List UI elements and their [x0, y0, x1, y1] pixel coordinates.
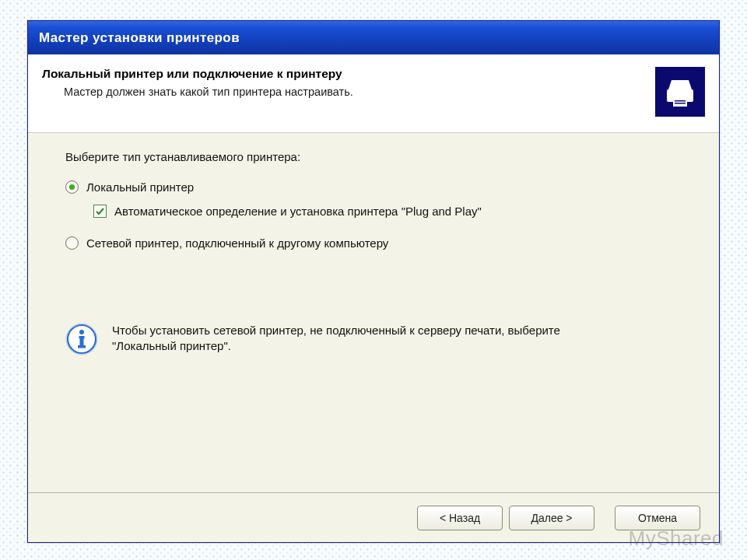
- checkbox-icon: [93, 205, 107, 218]
- info-icon: [65, 323, 98, 355]
- info-block: Чтобы установить сетевой принтер, не под…: [65, 323, 682, 355]
- wizard-window: Мастер установки принтеров Локальный при…: [27, 20, 720, 543]
- info-text: Чтобы установить сетевой принтер, не под…: [112, 323, 610, 355]
- wizard-footer: < Назад Далее > Отмена: [28, 492, 719, 542]
- checkbox-autodetect-label: Автоматическое определение и установка п…: [114, 205, 482, 218]
- svg-rect-10: [78, 345, 86, 348]
- next-button[interactable]: Далее >: [509, 506, 594, 530]
- back-button[interactable]: < Назад: [417, 506, 503, 530]
- svg-point-7: [79, 330, 84, 334]
- titlebar[interactable]: Мастер установки принтеров: [28, 21, 719, 54]
- page-subtitle: Мастер должен знать какой тип принтера н…: [42, 86, 641, 98]
- wizard-body: Выберите тип устанавливаемого принтера: …: [28, 133, 719, 492]
- page-title: Локальный принтер или подключение к прин…: [42, 67, 641, 81]
- option-network-label: Сетевой принтер, подключенный к другому …: [86, 236, 388, 250]
- watermark: MyShared: [629, 527, 724, 551]
- option-network-printer[interactable]: Сетевой принтер, подключенный к другому …: [65, 236, 682, 250]
- svg-rect-2: [673, 97, 687, 107]
- window-title: Мастер установки принтеров: [39, 30, 240, 46]
- choose-prompt: Выберите тип устанавливаемого принтера:: [65, 150, 682, 163]
- radio-icon: [65, 180, 79, 194]
- option-local-printer[interactable]: Локальный принтер: [65, 180, 682, 194]
- svg-rect-4: [675, 103, 686, 104]
- printer-icon: [655, 67, 705, 117]
- svg-rect-3: [675, 100, 686, 102]
- wizard-header: Локальный принтер или подключение к прин…: [28, 54, 719, 133]
- radio-icon: [65, 236, 79, 250]
- header-text-block: Локальный принтер или подключение к прин…: [42, 67, 641, 98]
- option-local-label: Локальный принтер: [86, 180, 194, 194]
- svg-marker-1: [668, 80, 692, 89]
- checkbox-autodetect[interactable]: Автоматическое определение и установка п…: [93, 205, 682, 218]
- svg-rect-9: [80, 336, 84, 347]
